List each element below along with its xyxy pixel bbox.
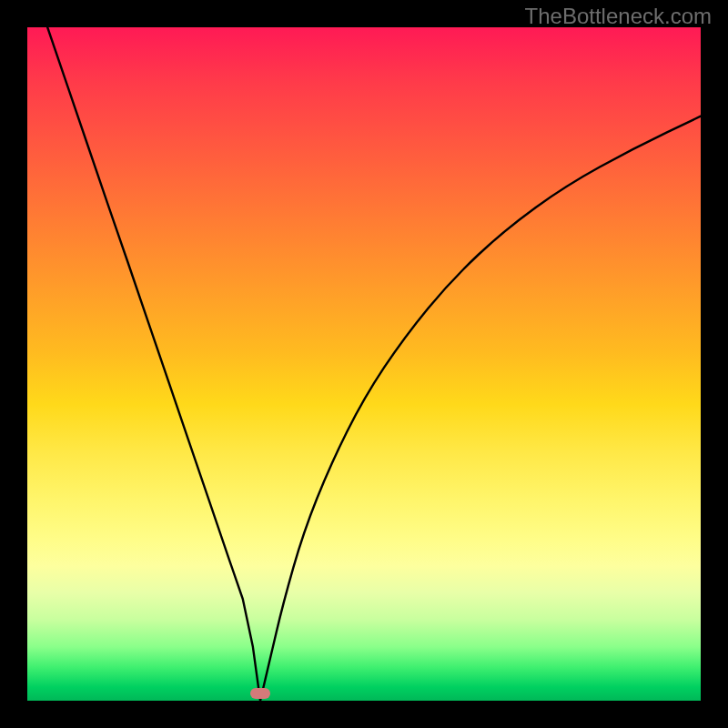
- watermark-text: TheBottleneck.com: [525, 4, 712, 29]
- chart-frame: TheBottleneck.com: [0, 0, 728, 728]
- bottleneck-curve: [27, 27, 701, 701]
- plot-area: [27, 27, 701, 701]
- optimal-marker: [250, 688, 270, 699]
